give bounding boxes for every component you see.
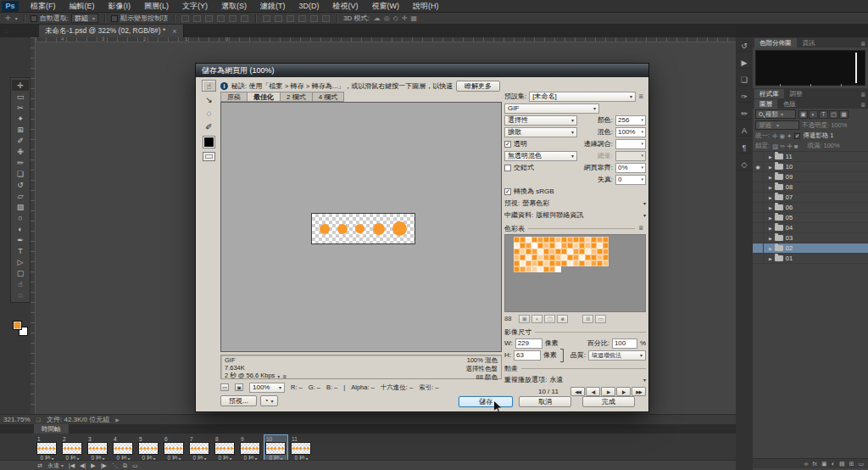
distribute-bottom-icon[interactable]: [287, 15, 294, 22]
show-transform-checkbox[interactable]: [111, 15, 118, 22]
tool-button[interactable]: ☝: [12, 278, 29, 289]
duplicate-frame-icon[interactable]: ⧉: [123, 462, 127, 469]
frame-nav-button[interactable]: ▶: [601, 387, 615, 396]
color-swatch[interactable]: [573, 260, 579, 266]
color-swatch[interactable]: [520, 237, 526, 243]
color-swatch[interactable]: [597, 255, 603, 260]
animation-frame[interactable]: 6 0 秒▾: [163, 435, 186, 462]
animation-frame[interactable]: 10 0 秒▾: [264, 435, 287, 462]
color-swatch[interactable]: [567, 237, 573, 243]
color-swatch[interactable]: [549, 249, 555, 255]
color-swatch[interactable]: [597, 260, 603, 266]
tween-icon[interactable]: ⋱: [112, 462, 118, 469]
color-swatch[interactable]: [543, 255, 549, 260]
preview-tab[interactable]: 2 欄式: [280, 92, 312, 102]
color-swatch[interactable]: [531, 266, 537, 272]
color-swatch[interactable]: [555, 260, 561, 266]
visibility-toggle[interactable]: ◉: [753, 182, 764, 192]
menu-item[interactable]: 濾鏡(T): [253, 1, 292, 12]
menu-item[interactable]: 文字(Y): [175, 1, 214, 12]
preview-in-browser-button[interactable]: 預視...: [220, 395, 257, 406]
unify-icon[interactable]: ◉: [779, 132, 785, 140]
color-swatch[interactable]: [555, 255, 561, 260]
color-table-action-icon[interactable]: ▭: [595, 315, 606, 323]
color-table-icon[interactable]: ◐: [531, 315, 542, 323]
color-swatch[interactable]: [537, 237, 543, 243]
3d-mode-icon[interactable]: ◎: [382, 14, 392, 22]
color-swatch[interactable]: [585, 249, 591, 255]
zoom-in-icon[interactable]: ▣: [235, 383, 243, 391]
animation-frame[interactable]: 3 0 秒▾: [86, 435, 109, 462]
tool-button[interactable]: ✐: [12, 135, 29, 146]
visibility-toggle[interactable]: ◉: [753, 243, 764, 253]
layer-row[interactable]: ◉ ▶ 03: [753, 233, 868, 243]
color-swatch[interactable]: [520, 255, 526, 260]
color-swatch[interactable]: [526, 255, 531, 260]
layers-footer-icon[interactable]: ▭: [858, 461, 864, 467]
color-swatch[interactable]: [537, 260, 543, 266]
optimized-preview[interactable]: [220, 102, 502, 352]
lossy-stepper[interactable]: 0▾: [615, 175, 646, 185]
color-swatch[interactable]: [573, 255, 579, 260]
color-swatch[interactable]: [603, 249, 609, 255]
dialog-tool-button[interactable]: ↘: [202, 93, 216, 105]
color-swatch[interactable]: [573, 243, 579, 249]
color-swatch[interactable]: [585, 237, 591, 243]
layers-footer-icon[interactable]: ▣: [821, 461, 827, 467]
color-swatch[interactable]: [543, 260, 549, 266]
animation-frame[interactable]: 7 0 秒▾: [188, 435, 211, 462]
3d-mode-icon[interactable]: ▦: [409, 14, 419, 22]
color-swatch[interactable]: [531, 243, 537, 249]
color-swatch[interactable]: [531, 237, 537, 243]
visibility-toggle[interactable]: ◉: [753, 193, 764, 202]
preview-mode-dropdown[interactable]: 預視:螢幕色彩▾: [504, 199, 646, 208]
cancel-button[interactable]: 取消: [519, 396, 571, 407]
color-swatch[interactable]: [526, 260, 531, 266]
color-swatch[interactable]: [549, 260, 555, 266]
color-swatch[interactable]: [526, 249, 531, 255]
visibility-toggle[interactable]: ◉: [753, 233, 764, 243]
align-right-icon[interactable]: [205, 15, 213, 22]
layer-row[interactable]: ◉ ▶ 09: [753, 172, 868, 182]
tool-button[interactable]: ◐: [12, 223, 29, 234]
layer-row[interactable]: ◉ ▶ 06: [753, 203, 868, 213]
color-swatch[interactable]: [579, 255, 585, 260]
align-bottom-icon[interactable]: [241, 15, 248, 22]
learn-more-button[interactable]: 瞭解更多: [456, 81, 500, 92]
color-swatch[interactable]: [585, 260, 591, 266]
tool-button[interactable]: ◌: [12, 289, 29, 300]
menu-item[interactable]: 選取(S): [214, 1, 253, 12]
color-swatch[interactable]: [561, 260, 567, 266]
expand-arrow-icon[interactable]: ▶: [769, 246, 772, 251]
eyedropper-color-swatch[interactable]: [203, 137, 214, 148]
websnap-stepper[interactable]: 0%▾: [615, 163, 646, 173]
dialog-tool-button[interactable]: ☝: [202, 80, 216, 92]
panel-menu-icon[interactable]: ≣: [638, 93, 646, 100]
dock-panel-icon[interactable]: ▶: [737, 59, 751, 69]
distribute-right-icon[interactable]: [322, 15, 330, 22]
dock-panel-icon[interactable]: ✏: [737, 109, 751, 120]
panel-menu-icon[interactable]: ≣: [638, 225, 646, 232]
animation-frame[interactable]: 11 0 秒▾: [290, 435, 313, 462]
tool-button[interactable]: ▨: [12, 201, 29, 212]
color-swatch[interactable]: [537, 255, 543, 260]
layer-filter-dropdown[interactable]: 種類▾: [755, 109, 796, 119]
layer-row[interactable]: ◉ ▶ 11: [753, 152, 868, 162]
lock-icon[interactable]: ■: [794, 143, 798, 150]
color-swatch[interactable]: [585, 255, 591, 260]
color-swatch[interactable]: [579, 260, 585, 266]
layers-footer-icon[interactable]: ∞: [804, 461, 809, 467]
dialog-tool-button[interactable]: ✐: [202, 120, 216, 132]
color-swatch[interactable]: [597, 243, 603, 249]
animation-frame[interactable]: 4 0 秒▾: [112, 435, 135, 462]
tool-button[interactable]: ✏: [12, 157, 29, 168]
menu-item[interactable]: 視窗(W): [365, 1, 407, 12]
color-swatch[interactable]: [543, 237, 549, 243]
color-table-icon[interactable]: ▣: [519, 315, 530, 323]
animation-frame[interactable]: 5 0 秒▾: [137, 435, 160, 462]
lock-icon[interactable]: ✏: [780, 143, 785, 150]
color-swatch[interactable]: [514, 255, 520, 260]
tool-preset-arrow-icon[interactable]: ▾: [15, 15, 18, 21]
dither-method-dropdown[interactable]: 擴散▾: [504, 127, 577, 137]
color-swatch[interactable]: [537, 249, 543, 255]
